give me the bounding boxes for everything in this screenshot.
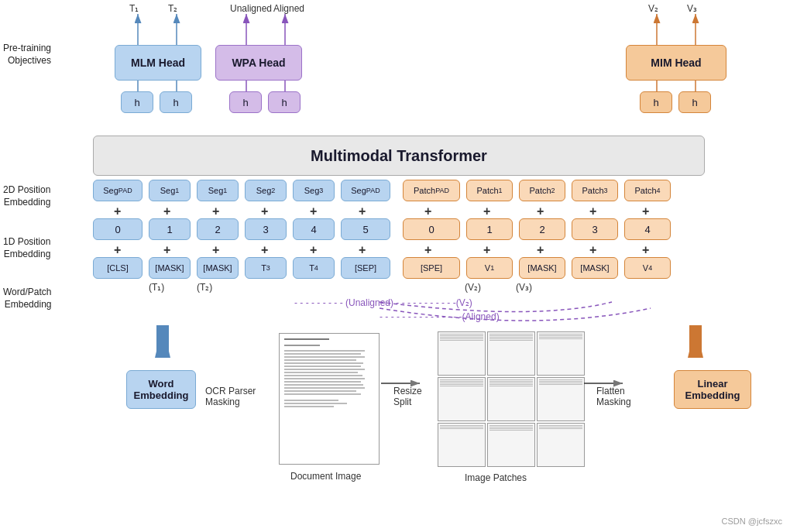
mlm-head-box: MLM Head [115,45,201,81]
pos2d-label: 2D PositionEmbedding [3,184,50,208]
ocr-label: OCR ParserMasking [205,386,256,407]
svg-marker-17 [155,325,170,358]
h-unaligned-box: h [229,91,262,113]
plus2-1: + [163,243,170,257]
patch3-box: Patch3 [572,180,618,201]
plus-patch2: + [537,204,544,218]
plus2-2-2: + [537,243,544,257]
plus2-4: + [310,243,317,257]
resize-arrow [381,372,428,395]
t3-box: T3 [245,257,287,279]
patch2-box: Patch2 [519,180,565,201]
seg1-2-box: Seg1 [197,180,239,201]
pos-0-2-box: 0 [403,218,460,240]
pos-5-box: 5 [341,218,390,240]
watermark: CSDN @jcfszxc [722,517,782,526]
patch-cell-6 [537,377,585,421]
plus-seg3: + [310,204,317,218]
unaligned-bottom: - - - - - - - - - (Unaligned) - - - - - … [294,297,472,308]
patch-cell-3 [537,331,585,376]
t2-label: T₂ [168,3,177,14]
spe-box: [SPE] [403,257,460,279]
plus2-3-2: + [589,243,596,257]
patch-pad-box: PatchPAD [403,180,460,201]
h-v2-box: h [640,91,672,113]
plus-patch1: + [483,204,490,218]
plus-patch4: + [642,204,649,218]
pos-4-2-box: 4 [624,218,671,240]
pos1d-label: 1D PositionEmbedding [3,236,50,260]
seg-pad-1-box: SegPAD [93,180,143,201]
pos-1-2-box: 1 [466,218,513,240]
v1-box: V1 [466,257,513,279]
plus2-3: + [261,243,268,257]
pos-2-2-box: 2 [519,218,565,240]
h-t2-box: h [160,91,192,113]
pos-1-box: 1 [149,218,191,240]
pos-0-1-box: 0 [93,218,143,240]
seg2-box: Seg2 [245,180,287,201]
unaligned-label: Unaligned [230,3,272,14]
flatten-arrow [584,372,630,395]
aligned-bottom: - - - - - - - - - - - - - - -(Aligned) [380,311,500,322]
patch-cell-7 [438,423,486,467]
v2-bottom: (V₂) [465,282,481,293]
pos-2-box: 2 [197,218,239,240]
patch-cell-4 [438,377,486,421]
diagram: T₁ T₂ Unaligned Aligned V₂ V₃ MLM Head W… [0,0,790,532]
v4-box: V4 [624,257,671,279]
patch-cell-5 [487,377,535,421]
plus2-1-2: + [483,243,490,257]
seg-pad-2-box: SegPAD [341,180,390,201]
plus-patch3: + [589,204,596,218]
t4-box: T4 [293,257,335,279]
patch-cell-2 [487,331,535,376]
plus-seg1-1: + [163,204,170,218]
pos-3-2-box: 3 [572,218,618,240]
mask-4-box: [MASK] [572,257,618,279]
image-patches [438,331,585,467]
plus2-0-2: + [424,243,431,257]
word-patch-label: Word/PatchEmbedding [3,287,51,311]
patch-cell-8 [487,423,535,467]
plus-seg1-2: + [212,204,219,218]
image-patches-label: Image Patches [465,472,527,483]
svg-rect-18 [156,325,169,358]
plus-patch-pad: + [424,204,431,218]
linear-embedding-box: LinearEmbedding [674,370,751,409]
v3-bottom: (V₃) [516,282,532,293]
aligned-label: Aligned [273,3,304,14]
plus2-5: + [359,243,366,257]
svg-rect-20 [689,325,702,358]
plus2-0-1: + [114,243,121,257]
document-image [279,333,380,465]
t1-bottom: (T₁) [149,282,164,293]
cls-box: [CLS] [93,257,143,279]
t1-label: T₁ [129,3,139,14]
plus-seg2: + [261,204,268,218]
mask-1-box: [MASK] [149,257,191,279]
document-image-label: Document Image [290,471,361,482]
v3-label: V₃ [687,3,697,14]
patch4-box: Patch4 [624,180,671,201]
plus2-4-2: + [642,243,649,257]
plus-seg-pad2: + [359,204,366,218]
pos-3-box: 3 [245,218,287,240]
plus2-2: + [212,243,219,257]
patch-cell-1 [438,331,486,376]
t2-bottom: (T₂) [197,282,212,293]
wpa-head-box: WPA Head [215,45,302,81]
word-embedding-box: WordEmbedding [126,370,196,409]
transformer-box: Multimodal Transformer [93,136,705,176]
seg1-1-box: Seg1 [149,180,191,201]
pos-4-box: 4 [293,218,335,240]
mask-2-box: [MASK] [197,257,239,279]
patch-cell-9 [537,423,585,467]
h-t1-box: h [121,91,153,113]
plus-seg-pad1: + [114,204,121,218]
pretraining-label: Pre-trainingObjectives [3,43,51,67]
seg3-box: Seg3 [293,180,335,201]
mask-3-box: [MASK] [519,257,565,279]
sep-box: [SEP] [341,257,390,279]
h-v3-box: h [678,91,711,113]
